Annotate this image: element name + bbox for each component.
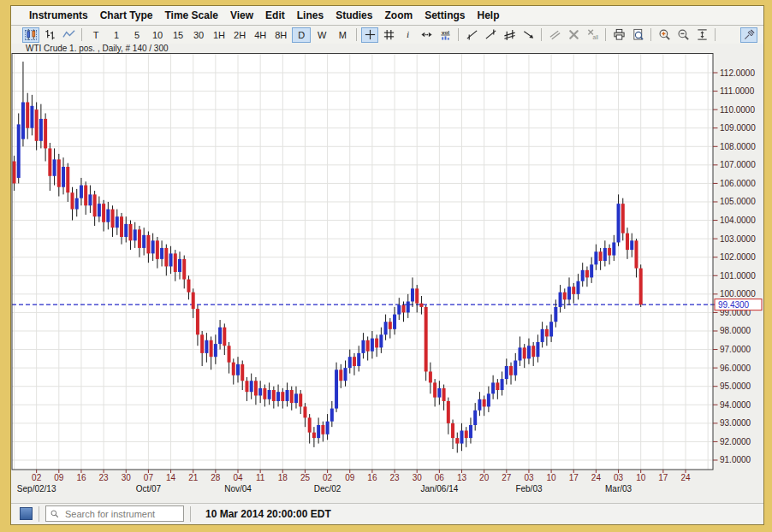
- candle-body: [232, 363, 235, 375]
- price-tick-label: 97.0000: [720, 345, 751, 354]
- toolbar-separator: [715, 28, 716, 41]
- candle-body: [389, 322, 392, 329]
- parallel-lines-icon: [503, 28, 516, 41]
- delete-line-button[interactable]: [565, 27, 582, 43]
- menu-instruments[interactable]: Instruments: [23, 9, 94, 21]
- timeframe-t-button[interactable]: T: [86, 27, 105, 43]
- timeframe-1h-button[interactable]: 1H: [210, 27, 229, 43]
- zoom-out-icon: [677, 28, 690, 41]
- search-icon: [50, 509, 60, 519]
- timeframe-5-button[interactable]: 5: [128, 27, 146, 43]
- print-button[interactable]: [610, 27, 627, 43]
- menu-lines[interactable]: Lines: [291, 9, 330, 21]
- candle-body: [303, 406, 306, 417]
- candle-body: [210, 340, 213, 357]
- menu-view[interactable]: View: [224, 9, 259, 21]
- price-tick-label: 98.0000: [720, 326, 751, 335]
- candle-body: [156, 240, 159, 259]
- zoom-in-button[interactable]: [656, 27, 673, 43]
- candle-body: [549, 322, 553, 336]
- candle-body: [397, 305, 401, 315]
- timeframe-15-button[interactable]: 15: [169, 27, 187, 43]
- menu-edit[interactable]: Edit: [259, 9, 291, 21]
- candle-body: [501, 379, 504, 390]
- day-label: 23: [99, 473, 110, 482]
- candle-body: [160, 248, 163, 259]
- volume-button[interactable]: vol: [436, 27, 454, 43]
- menu-zoom[interactable]: Zoom: [378, 9, 419, 21]
- candle-body: [312, 433, 316, 438]
- candle-body: [124, 224, 128, 237]
- candle-body: [384, 322, 388, 334]
- grid-button[interactable]: [380, 27, 397, 43]
- timeframe-1-button[interactable]: 1: [107, 27, 126, 43]
- print-preview-button[interactable]: [629, 27, 646, 43]
- instrument-search-box[interactable]: [45, 505, 184, 522]
- timeframe-10-button[interactable]: 10: [148, 27, 167, 43]
- fit-vertical-button[interactable]: [693, 27, 710, 43]
- candle-body: [581, 270, 585, 281]
- statusbar-separator: [39, 506, 39, 522]
- move-parallel-icon: [549, 28, 561, 41]
- month-label: Sep/02/13: [17, 484, 56, 494]
- candlestick-chart-button[interactable]: [22, 27, 39, 43]
- timeframe-w-button[interactable]: W: [312, 27, 331, 43]
- candle-body: [361, 340, 365, 353]
- vertical-trend-line-button[interactable]: [482, 27, 499, 43]
- vertical-trend-line-icon: [484, 28, 497, 41]
- price-chart[interactable]: 91.000092.000093.000094.000095.000096.00…: [11, 53, 763, 501]
- timeframe-4h-button[interactable]: 4H: [251, 27, 270, 43]
- timeframe-30-button[interactable]: 30: [189, 27, 208, 43]
- day-label: 11: [256, 473, 265, 482]
- ohlc-bars-chart-button[interactable]: [41, 27, 58, 43]
- day-label: 13: [457, 473, 467, 482]
- search-input[interactable]: [63, 508, 180, 520]
- menu-help[interactable]: Help: [471, 9, 505, 21]
- candle-body: [348, 357, 352, 368]
- print-icon: [613, 28, 626, 41]
- menu-time-scale[interactable]: Time Scale: [158, 9, 223, 21]
- timeframe-m-button[interactable]: M: [333, 27, 352, 43]
- instrument-icon: [20, 507, 33, 520]
- menu-bar: InstrumentsChart TypeTime ScaleViewEditL…: [11, 6, 763, 26]
- trend-line-button[interactable]: [463, 27, 480, 43]
- candle-body: [379, 334, 383, 347]
- chart-application-window: InstrumentsChart TypeTime ScaleViewEditL…: [10, 5, 764, 525]
- price-tick-label: 102.0000: [720, 252, 756, 262]
- candle-body: [531, 346, 535, 357]
- horizontal-scroll-button[interactable]: [418, 27, 435, 43]
- ray-line-button[interactable]: [520, 27, 537, 43]
- menu-studies[interactable]: Studies: [330, 9, 378, 21]
- move-parallel-button[interactable]: [546, 27, 563, 43]
- day-label: 10: [547, 473, 557, 482]
- candle-body: [241, 364, 244, 381]
- candle-body: [111, 210, 115, 228]
- price-tick-label: 108.0000: [720, 142, 756, 151]
- candle-body: [66, 167, 69, 192]
- candle-body: [505, 366, 508, 379]
- line-chart-button[interactable]: [60, 27, 77, 43]
- candle-body: [407, 301, 410, 312]
- candle-body: [393, 315, 396, 329]
- candlestick-chart-icon: [25, 28, 38, 41]
- menu-settings[interactable]: Settings: [419, 9, 471, 21]
- delete-all-lines-button[interactable]: all: [584, 27, 601, 43]
- info-button[interactable]: i: [399, 27, 416, 43]
- timeframe-8h-button[interactable]: 8H: [271, 27, 290, 43]
- price-tick-label: 95.0000: [720, 381, 751, 391]
- day-label: 24: [591, 473, 602, 482]
- crosshair-button[interactable]: [361, 27, 378, 43]
- day-label: 03: [524, 473, 534, 482]
- candle-body: [17, 124, 21, 178]
- parallel-lines-button[interactable]: [501, 27, 518, 43]
- candle-body: [196, 309, 199, 334]
- pushpin-button[interactable]: [740, 27, 757, 43]
- day-label: 04: [233, 473, 243, 482]
- timeframe-d-button[interactable]: D: [292, 27, 311, 43]
- candle-body: [483, 399, 486, 407]
- zoom-out-button[interactable]: [674, 27, 692, 43]
- timeframe-2h-button[interactable]: 2H: [230, 27, 249, 43]
- menu-chart-type[interactable]: Chart Type: [94, 9, 159, 21]
- candle-body: [35, 109, 39, 141]
- price-tick-label: 106.0000: [720, 179, 756, 188]
